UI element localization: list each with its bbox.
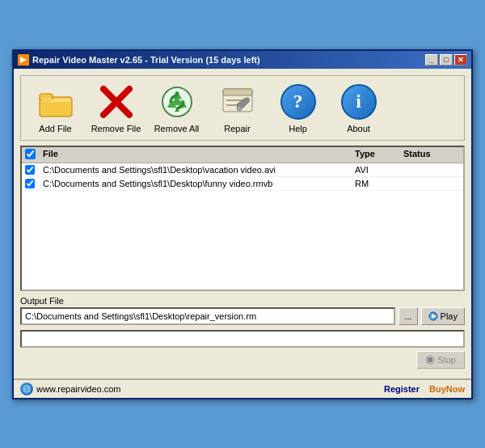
remove-file-label: Remove File bbox=[91, 124, 141, 133]
row-type-0: AVI bbox=[355, 165, 403, 175]
stop-button[interactable]: Stop bbox=[416, 351, 465, 369]
header-type: Type bbox=[355, 149, 403, 161]
remove-file-icon-wrapper bbox=[97, 82, 136, 121]
repair-button[interactable]: Repair bbox=[211, 82, 264, 133]
globe-icon bbox=[20, 382, 33, 395]
output-row: ... Play bbox=[20, 307, 465, 325]
buynow-button[interactable]: BuyNow bbox=[429, 384, 465, 394]
title-controls: _ □ ✕ bbox=[425, 54, 467, 66]
row-checkbox-1[interactable] bbox=[25, 179, 35, 188]
app-icon bbox=[18, 54, 29, 66]
status-left: www.repairvideo.com bbox=[20, 382, 121, 395]
help-icon: ? bbox=[280, 84, 316, 120]
row-check-0 bbox=[25, 165, 43, 175]
status-right: Register BuyNow bbox=[384, 384, 465, 394]
row-file-0: C:\Documents and Settings\sfl1\Desktop\v… bbox=[43, 165, 355, 175]
svg-rect-4 bbox=[41, 99, 70, 102]
stop-row: Stop bbox=[20, 351, 465, 369]
browse-button[interactable]: ... bbox=[399, 307, 417, 325]
header-checkbox[interactable] bbox=[25, 149, 36, 159]
maximize-button[interactable]: □ bbox=[440, 54, 453, 66]
row-check-1 bbox=[25, 179, 43, 188]
add-file-icon-wrapper bbox=[36, 82, 75, 121]
row-type-1: RM bbox=[355, 179, 403, 188]
svg-rect-16 bbox=[428, 357, 432, 362]
website-link[interactable]: www.repairvideo.com bbox=[36, 384, 121, 394]
repair-icon bbox=[220, 84, 255, 120]
toolbar: Add File Remove File bbox=[20, 75, 465, 141]
about-icon-wrapper: i bbox=[340, 82, 378, 121]
svg-rect-9 bbox=[223, 89, 252, 95]
row-checkbox-0[interactable] bbox=[25, 165, 35, 175]
repair-icon-wrapper bbox=[218, 82, 257, 121]
output-section: Output File ... Play bbox=[20, 296, 465, 325]
row-file-1: C:\Documents and Settings\sfl1\Desktop\f… bbox=[43, 179, 355, 188]
file-rows: C:\Documents and Settings\sfl1\Desktop\v… bbox=[22, 163, 463, 191]
title-bar-left: Repair Video Master v2.65 - Trial Versio… bbox=[18, 54, 260, 66]
help-button[interactable]: ? Help bbox=[272, 82, 324, 133]
svg-point-12 bbox=[237, 106, 242, 111]
help-label: Help bbox=[289, 124, 307, 133]
window-title: Repair Video Master v2.65 - Trial Versio… bbox=[32, 55, 260, 65]
about-label: About bbox=[347, 124, 370, 133]
main-window: Repair Video Master v2.65 - Trial Versio… bbox=[12, 49, 473, 399]
header-status: Status bbox=[403, 149, 460, 161]
register-button[interactable]: Register bbox=[384, 384, 420, 394]
play-icon bbox=[428, 311, 438, 321]
file-list-header: File Type Status bbox=[22, 147, 463, 163]
content-area: Add File Remove File bbox=[14, 69, 471, 375]
close-button[interactable]: ✕ bbox=[454, 54, 467, 66]
remove-all-icon bbox=[159, 84, 195, 120]
file-list-container: File Type Status C:\Documents and Settin… bbox=[20, 146, 465, 291]
header-check bbox=[25, 149, 43, 161]
remove-all-icon-wrapper bbox=[158, 82, 196, 121]
remove-file-icon bbox=[99, 84, 134, 120]
table-row: C:\Documents and Settings\sfl1\Desktop\v… bbox=[22, 163, 463, 177]
play-button[interactable]: Play bbox=[421, 307, 465, 325]
header-file: File bbox=[43, 149, 355, 161]
table-row: C:\Documents and Settings\sfl1\Desktop\f… bbox=[22, 177, 463, 191]
title-bar: Repair Video Master v2.65 - Trial Versio… bbox=[14, 51, 471, 69]
output-input[interactable] bbox=[20, 307, 395, 325]
stop-icon bbox=[425, 355, 435, 365]
output-label: Output File bbox=[20, 296, 465, 306]
progress-area bbox=[20, 330, 465, 348]
repair-label: Repair bbox=[224, 124, 250, 133]
remove-all-button[interactable]: Remove All bbox=[150, 82, 203, 133]
about-icon: i bbox=[341, 84, 377, 120]
about-button[interactable]: i About bbox=[332, 82, 385, 133]
minimize-button[interactable]: _ bbox=[425, 54, 438, 66]
status-bar: www.repairvideo.com Register BuyNow bbox=[14, 378, 471, 398]
add-file-label: Add File bbox=[39, 124, 71, 133]
add-file-icon bbox=[38, 84, 74, 120]
remove-file-button[interactable]: Remove File bbox=[90, 82, 142, 133]
add-file-button[interactable]: Add File bbox=[29, 82, 82, 133]
globe-svg bbox=[21, 383, 32, 395]
remove-all-label: Remove All bbox=[154, 124, 200, 133]
help-icon-wrapper: ? bbox=[279, 82, 318, 121]
